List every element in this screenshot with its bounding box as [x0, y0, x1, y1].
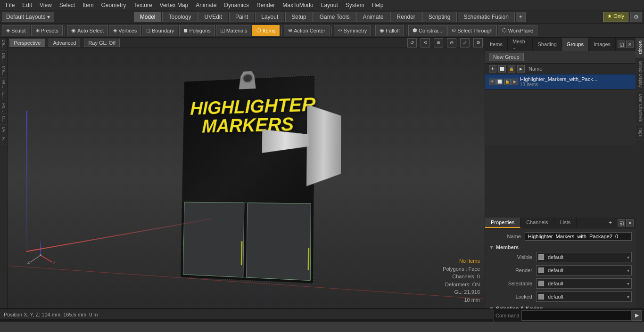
tab-layout[interactable]: Layout: [255, 12, 284, 22]
group-lock-0[interactable]: 🔒: [504, 79, 511, 85]
props-close-button[interactable]: ✕: [626, 219, 634, 227]
panel-expand-button[interactable]: ◱: [618, 40, 625, 48]
settings-button[interactable]: ⚙: [630, 12, 642, 22]
render-icon[interactable]: ⬜: [498, 65, 506, 73]
group-eye-0[interactable]: 👁: [489, 79, 495, 85]
sidebar-item-po[interactable]: Po...: [0, 101, 7, 114]
right-side-tab-groups[interactable]: Groups: [636, 38, 644, 58]
sidebar-item-uv[interactable]: UV: [0, 125, 7, 135]
name-input[interactable]: [525, 232, 632, 241]
menu-texture[interactable]: Texture: [130, 1, 156, 9]
menu-maxtomodo[interactable]: MaxToModo: [279, 1, 317, 9]
falloff-button[interactable]: ◉ Falloff: [375, 25, 404, 36]
tab-render[interactable]: Render: [390, 12, 421, 22]
visibility-icon[interactable]: 👁: [489, 65, 496, 73]
viewport-nav-rotate[interactable]: ↺: [407, 38, 417, 48]
menu-dynamics[interactable]: Dynamics: [220, 1, 253, 9]
props-tab-channels[interactable]: Channels: [520, 218, 554, 228]
materials-button[interactable]: ◱ Materials: [216, 25, 252, 36]
selectable-dropdown[interactable]: default ▾: [536, 278, 632, 289]
tab-schematic-fusion[interactable]: Schematic Fusion: [458, 12, 515, 22]
symmetry-button[interactable]: ⇔ Symmetry: [334, 25, 372, 36]
presets-button[interactable]: ⊞ Presets: [31, 25, 63, 36]
new-group-button[interactable]: New Group: [489, 53, 524, 61]
menu-layout[interactable]: Layout: [317, 1, 342, 9]
menu-help[interactable]: Help: [368, 1, 388, 9]
sculpt-button[interactable]: ◈ Sculpt: [2, 25, 30, 36]
tab-scripting[interactable]: Scripting: [422, 12, 457, 22]
star-only-button[interactable]: ★ Only: [603, 12, 628, 22]
viewport-nav-zoom-out[interactable]: ⊖: [447, 38, 456, 48]
lock-icon[interactable]: 🔒: [508, 65, 515, 73]
items-button[interactable]: ⬡ Items: [252, 25, 280, 36]
perspective-button[interactable]: Perspective: [9, 39, 45, 47]
constraints-button[interactable]: ⬢ Constrai...: [408, 25, 446, 36]
right-side-tab-group-display[interactable]: Group Display: [636, 58, 644, 91]
locked-dropdown[interactable]: default ▾: [536, 292, 632, 302]
sidebar-item-du[interactable]: Du...: [0, 51, 7, 64]
viewport-nav-reset[interactable]: ⟲: [421, 38, 430, 48]
constraints-icon: ⬢: [413, 27, 417, 33]
tab-shading[interactable]: Shading: [533, 38, 561, 51]
tab-topology[interactable]: Topology: [162, 12, 197, 22]
tab-paint[interactable]: Paint: [229, 12, 254, 22]
viewport-nav-settings[interactable]: ⚙: [473, 38, 483, 48]
command-submit-button[interactable]: ▶: [632, 310, 642, 321]
tab-setup[interactable]: Setup: [285, 12, 312, 22]
viewport-nav-zoom-in[interactable]: ⊕: [434, 38, 443, 48]
select-through-button[interactable]: ⊙ Select Through: [447, 25, 496, 36]
props-tab-lists[interactable]: Lists: [554, 218, 577, 228]
viewport-canvas[interactable]: HIGHLIGHTER MARKERS: [8, 48, 485, 308]
command-input[interactable]: [521, 310, 632, 321]
tab-animate[interactable]: Animate: [356, 12, 389, 22]
visible-dropdown[interactable]: default ▾: [536, 252, 632, 262]
menu-item[interactable]: Item: [79, 1, 97, 9]
workplane-button[interactable]: ⬡ WorkPlane: [498, 25, 538, 36]
auto-select-button[interactable]: ◉ Auto Select: [67, 25, 108, 36]
menu-select[interactable]: Select: [56, 1, 79, 9]
tab-items[interactable]: Items: [485, 38, 508, 51]
sidebar-item-e[interactable]: E...: [0, 90, 7, 101]
tab-game-tools[interactable]: Game Tools: [314, 12, 356, 22]
sidebar-item-c[interactable]: C...: [0, 114, 7, 125]
tab-model[interactable]: Model: [134, 12, 162, 22]
action-center-button[interactable]: ⊕ Action Center: [284, 25, 330, 36]
layout-dropdown[interactable]: Default Layouts ▾: [2, 12, 54, 22]
group-row-0[interactable]: 👁 ⬜ 🔒 ▶ Highlighter_Markers_with_Pack...…: [485, 74, 636, 89]
props-tab-properties[interactable]: Properties: [485, 218, 520, 228]
selection-keying-header[interactable]: ▼ Selection & Keying: [489, 306, 632, 308]
tab-mesh[interactable]: Mesh ...: [508, 38, 533, 51]
menu-file[interactable]: File: [2, 1, 18, 9]
right-side-tab-user-channels[interactable]: User Channels: [636, 91, 644, 125]
render-dropdown[interactable]: default ▾: [536, 265, 632, 275]
raygl-button[interactable]: Ray GL: Off: [84, 39, 120, 47]
menu-edit[interactable]: Edit: [18, 1, 36, 9]
menu-geometry[interactable]: Geometry: [98, 1, 130, 9]
right-side-tab-tags[interactable]: Tags: [636, 125, 644, 140]
sidebar-item-me[interactable]: Me...: [0, 64, 7, 78]
advanced-button[interactable]: Advanced: [49, 39, 80, 47]
tab-uvedit[interactable]: UVEdit: [198, 12, 228, 22]
sidebar-item-ve[interactable]: Ve...: [0, 78, 7, 90]
menu-render[interactable]: Render: [253, 1, 279, 9]
group-expand-0[interactable]: ▶: [512, 79, 518, 85]
sidebar-item-de[interactable]: De...: [0, 38, 7, 51]
tab-images[interactable]: Images: [589, 38, 616, 51]
boundary-button[interactable]: ◻ Boundary: [142, 25, 178, 36]
vertices-button[interactable]: ◈ Vertices: [109, 25, 141, 36]
sidebar-item-f[interactable]: F...: [0, 135, 7, 145]
menu-vertex-map[interactable]: Vertex Map: [156, 1, 192, 9]
props-tab-add[interactable]: +: [605, 218, 616, 228]
group-cam-0[interactable]: ⬜: [496, 79, 503, 85]
menu-system[interactable]: System: [342, 1, 368, 9]
props-expand-button[interactable]: ◱: [618, 219, 625, 227]
expand-icon[interactable]: ▶: [517, 65, 525, 73]
menu-animate[interactable]: Animate: [192, 1, 220, 9]
viewport-nav-fit[interactable]: ⤢: [460, 38, 470, 48]
add-layout-button[interactable]: +: [516, 12, 526, 22]
polygons-button[interactable]: ◼ Polygons: [179, 25, 215, 36]
members-section-header[interactable]: ▼ Members: [489, 244, 632, 250]
panel-close-button[interactable]: ✕: [626, 40, 634, 48]
menu-view[interactable]: View: [36, 1, 56, 9]
tab-groups[interactable]: Groups: [562, 38, 589, 51]
